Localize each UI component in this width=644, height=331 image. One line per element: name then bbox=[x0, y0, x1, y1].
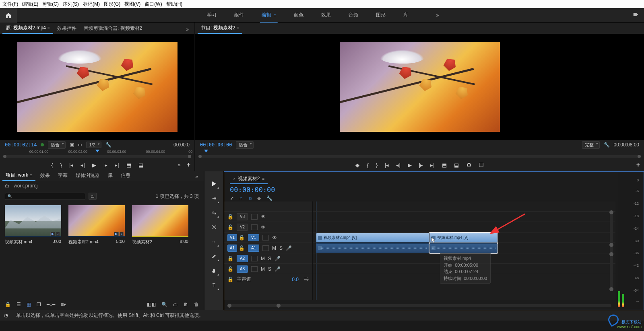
insert-button[interactable]: ⬒ bbox=[126, 162, 131, 168]
lock-icon[interactable]: 🔓 bbox=[227, 224, 233, 230]
voiceover-icon[interactable]: 🎤 bbox=[286, 245, 292, 251]
program-settings-icon[interactable]: 🔧 bbox=[604, 142, 610, 148]
project-bins[interactable]: ▶♪ 视频素材.mp4 3:00 ▶♪ 视频素材2.mp4 5:00 bbox=[0, 202, 204, 299]
program-ruler[interactable] bbox=[195, 150, 644, 158]
source-button-editor[interactable]: + bbox=[187, 161, 190, 169]
mute-toggle[interactable]: M bbox=[261, 256, 265, 261]
ripple-edit-tool[interactable]: ⇆ bbox=[210, 208, 219, 217]
step-back-button[interactable]: ◂| bbox=[80, 162, 85, 168]
master-value[interactable]: 0.0 bbox=[292, 277, 299, 282]
track-v2[interactable]: 🔓 V2 👁 bbox=[224, 222, 312, 232]
source-monitor[interactable] bbox=[0, 34, 194, 140]
menu-clip[interactable]: 剪辑(C) bbox=[42, 1, 59, 8]
clip-video-selected[interactable]: 视频素材.mp4 [V] bbox=[429, 233, 497, 243]
master-expand-icon[interactable]: ⭆ bbox=[304, 277, 309, 282]
bin-thumbnail[interactable]: ▶♪ bbox=[68, 205, 125, 237]
new-item-button[interactable]: 🗎 bbox=[184, 302, 188, 307]
lock-icon[interactable]: 🔓 bbox=[227, 256, 233, 261]
settings-wrench-icon[interactable]: 🔧 bbox=[266, 195, 272, 201]
timeline-vscroll[interactable] bbox=[610, 211, 613, 290]
eye-icon[interactable]: 👁 bbox=[272, 235, 277, 241]
new-bin-button-footer[interactable]: 🗀 bbox=[173, 302, 178, 307]
source-safe-margins-icon[interactable]: ▣ bbox=[70, 142, 74, 148]
bin-item[interactable]: ▶♪ 视频素材.mp4 3:00 bbox=[5, 205, 61, 296]
lock-icon[interactable]: 🔓 bbox=[227, 214, 233, 220]
mute-toggle[interactable]: M bbox=[261, 266, 265, 272]
delete-button[interactable]: 🗑 bbox=[194, 302, 199, 307]
ws-effects[interactable]: 效果 bbox=[320, 12, 332, 19]
overwrite-button[interactable]: ⬓ bbox=[138, 162, 143, 168]
ws-learn[interactable]: 学习 bbox=[205, 12, 218, 19]
snap-toggle[interactable]: ∩ bbox=[239, 195, 243, 201]
type-tool[interactable]: T bbox=[210, 281, 219, 290]
track-label[interactable]: A2 bbox=[237, 255, 248, 262]
source-zoom-select[interactable]: 适合 bbox=[48, 141, 66, 149]
comparison-view-button[interactable]: ❐ bbox=[479, 162, 484, 168]
clip-video[interactable]: 视频素材2.mp4 [V] bbox=[316, 233, 429, 243]
bin-item[interactable]: 视频素材2 8:00 bbox=[132, 205, 188, 296]
source-timecode[interactable]: 00:00:02:14 bbox=[5, 142, 37, 148]
program-monitor[interactable] bbox=[195, 34, 644, 140]
lock-icon[interactable]: 🔓 bbox=[227, 277, 233, 282]
zoom-handle-left[interactable] bbox=[3, 155, 6, 158]
zoom-handle-left[interactable] bbox=[227, 304, 231, 308]
track-a2[interactable]: 🔓 A2 M S 🎤 bbox=[224, 253, 312, 263]
track-select-tool[interactable]: ⇥ bbox=[210, 194, 219, 203]
step-back-button[interactable]: ◂| bbox=[396, 162, 400, 168]
zoom-handle-right[interactable] bbox=[277, 304, 281, 308]
slip-tool[interactable]: ↔ bbox=[210, 237, 219, 246]
tab-effects[interactable]: 效果 bbox=[37, 170, 53, 181]
track-label[interactable]: V1 bbox=[248, 234, 259, 241]
step-fwd-button[interactable]: |▸ bbox=[103, 162, 107, 168]
step-fwd-button[interactable]: |▸ bbox=[419, 162, 423, 168]
program-timecode[interactable]: 00:00:00:00 bbox=[200, 142, 232, 148]
source-patch-a1[interactable]: A1 bbox=[227, 245, 237, 252]
tab-libraries[interactable]: 库 bbox=[105, 170, 116, 181]
ws-audio[interactable]: 音频 bbox=[347, 12, 360, 19]
tab-captions[interactable]: 字幕 bbox=[55, 170, 71, 181]
lock-icon[interactable]: 🔓 bbox=[239, 235, 245, 241]
track-v3[interactable]: 🔓 V3 👁 bbox=[224, 211, 312, 222]
eye-icon[interactable]: 👁 bbox=[261, 224, 266, 230]
program-zoom-select[interactable]: 适合 bbox=[236, 141, 254, 149]
quick-export-icon[interactable] bbox=[633, 12, 638, 19]
add-marker-button[interactable]: ◆ bbox=[355, 162, 359, 168]
mark-out-button[interactable]: } bbox=[376, 162, 378, 168]
track-a3[interactable]: 🔓 A3 M S 🎤 bbox=[224, 263, 312, 274]
bin-item[interactable]: ▶♪ 视频素材2.mp4 5:00 bbox=[68, 205, 125, 296]
source-settings-icon[interactable]: 🔧 bbox=[105, 142, 111, 148]
track-v1[interactable]: V1 🔓 V1 👁 bbox=[224, 232, 312, 243]
menu-help[interactable]: 帮助(H) bbox=[166, 1, 183, 8]
zoom-handle-right[interactable] bbox=[188, 155, 191, 158]
project-overflow[interactable]: » bbox=[192, 172, 201, 181]
lift-button[interactable]: ⬒ bbox=[442, 162, 447, 168]
hand-tool[interactable] bbox=[210, 266, 219, 275]
timeline-zoom-scroller[interactable] bbox=[228, 304, 611, 307]
tab-info[interactable]: 信息 bbox=[118, 170, 134, 181]
play-button[interactable]: ▶ bbox=[408, 162, 412, 168]
mark-in-button[interactable]: { bbox=[367, 162, 368, 168]
go-to-out-button[interactable]: ▸| bbox=[115, 162, 119, 168]
ws-edit[interactable]: 编辑≡ bbox=[260, 12, 278, 19]
zoom-slider[interactable]: ━○━ bbox=[47, 302, 55, 307]
go-to-in-button[interactable]: |◂ bbox=[385, 162, 389, 168]
export-frame-button[interactable] bbox=[466, 162, 472, 168]
program-resolution-select[interactable]: 完整 bbox=[582, 141, 600, 149]
source-ruler[interactable]: 00:00:01:00 00:00:02:00 00:00:03:00 00:0… bbox=[0, 150, 194, 158]
snapshot-lock-icon[interactable]: 🔒 bbox=[5, 302, 11, 307]
solo-toggle[interactable]: S bbox=[268, 256, 271, 261]
sort-button[interactable]: ≡▾ bbox=[61, 302, 66, 307]
mark-out-button[interactable]: } bbox=[60, 162, 62, 168]
menu-window[interactable]: 窗口(W) bbox=[144, 1, 162, 8]
menu-graphics[interactable]: 图形(G) bbox=[104, 1, 120, 8]
menu-sequence[interactable]: 序列(S) bbox=[63, 1, 79, 8]
lock-icon[interactable]: 🔓 bbox=[239, 245, 245, 251]
tab-project[interactable]: 项目: work≡ bbox=[2, 170, 35, 181]
timeline-timecode[interactable]: 00:00:00:00 bbox=[230, 186, 611, 194]
menu-file[interactable]: 文件(F) bbox=[2, 1, 18, 8]
marker-add[interactable]: ◆ bbox=[257, 195, 261, 201]
voiceover-icon[interactable]: 🎤 bbox=[275, 256, 281, 261]
ws-libraries[interactable]: 库 bbox=[402, 12, 410, 19]
new-bin-button[interactable]: 🗀 bbox=[89, 193, 97, 200]
solo-toggle[interactable]: S bbox=[279, 245, 283, 251]
